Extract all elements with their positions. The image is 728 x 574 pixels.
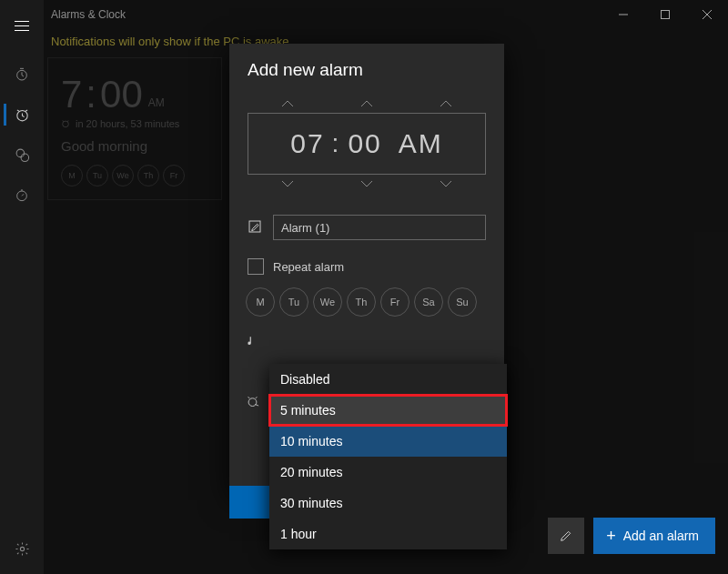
day-chip: Fr — [163, 165, 185, 186]
close-button[interactable] — [686, 0, 728, 29]
time-display-box[interactable]: 07 : 00 AM — [248, 113, 486, 175]
snooze-option[interactable]: 10 minutes — [269, 426, 507, 457]
alarm-days: MTuWeThFr — [61, 165, 208, 186]
bottom-action-bar: + Add an alarm — [548, 518, 715, 554]
minimize-button[interactable] — [602, 0, 644, 29]
hour-down-button[interactable] — [248, 175, 327, 193]
day-toggle[interactable]: Su — [448, 287, 477, 317]
svg-rect-7 — [662, 11, 670, 19]
repeat-row: Repeat alarm — [248, 258, 486, 275]
add-alarm-label: Add an alarm — [623, 529, 699, 543]
time-colon: : — [82, 73, 100, 116]
small-alarm-icon — [61, 119, 70, 128]
day-toggle[interactable]: M — [246, 287, 275, 317]
countdown-text: in 20 hours, 53 minutes — [76, 118, 179, 129]
edit-name-icon — [248, 219, 264, 236]
app-root: Alarms & Clock Notifications will only s… — [0, 0, 728, 574]
svg-point-12 — [248, 398, 257, 407]
timer-icon[interactable] — [4, 56, 40, 93]
stopwatch-icon[interactable] — [4, 176, 40, 213]
plus-icon: + — [606, 527, 616, 546]
edit-alarms-button[interactable] — [548, 518, 584, 554]
alarm-name-input[interactable] — [273, 215, 486, 240]
alarm-icon[interactable] — [4, 96, 40, 133]
ampm-up-button[interactable] — [407, 95, 486, 113]
day-toggle[interactable]: Tu — [279, 287, 308, 317]
alarm-minute: 00 — [100, 73, 143, 116]
ampm-down-button[interactable] — [407, 175, 486, 193]
repeat-checkbox[interactable] — [248, 258, 264, 275]
app-title: Alarms & Clock — [51, 8, 126, 21]
alarm-label: Good morning — [61, 138, 208, 154]
ampm-value: AM — [399, 128, 443, 159]
day-chip: Th — [137, 165, 159, 186]
maximize-button[interactable] — [644, 0, 686, 29]
window-controls — [602, 0, 728, 29]
add-alarm-button[interactable]: + Add an alarm — [593, 518, 715, 554]
countdown-row: in 20 hours, 53 minutes — [61, 118, 208, 129]
alarm-time-display: 7 : 00 AM — [61, 73, 208, 116]
svg-point-3 — [21, 154, 28, 162]
day-toggle[interactable]: Th — [347, 287, 376, 317]
time-selector: 07 : 00 AM — [248, 95, 486, 193]
snooze-option[interactable]: 20 minutes — [269, 457, 507, 488]
music-note-icon — [246, 335, 264, 347]
sound-row — [229, 335, 504, 353]
snooze-option[interactable]: 1 hour — [269, 519, 507, 549]
svg-point-2 — [16, 149, 25, 157]
alarm-name-row — [248, 215, 486, 240]
snooze-option[interactable]: 5 minutes — [269, 395, 507, 426]
day-toggle[interactable]: We — [313, 287, 342, 317]
day-toggle[interactable]: Fr — [380, 287, 410, 317]
snooze-icon — [246, 395, 264, 408]
settings-icon[interactable] — [4, 530, 40, 567]
modal-day-selector: MTuWeThFrSaSu — [246, 287, 488, 317]
svg-point-10 — [63, 121, 69, 127]
day-chip: Tu — [86, 165, 108, 186]
minute-value: 00 — [348, 128, 381, 159]
svg-point-4 — [17, 191, 27, 201]
world-clock-icon[interactable] — [4, 136, 40, 173]
alarm-ampm: AM — [148, 96, 165, 109]
snooze-option[interactable]: Disabled — [269, 364, 507, 395]
modal-title: Add new alarm — [229, 44, 504, 89]
repeat-label: Repeat alarm — [273, 260, 344, 274]
day-toggle[interactable]: Sa — [414, 287, 443, 317]
svg-point-5 — [20, 547, 24, 550]
hour-up-button[interactable] — [248, 95, 327, 113]
day-chip: We — [112, 165, 134, 186]
time-separator: : — [325, 129, 349, 158]
snooze-dropdown: Disabled5 minutes10 minutes20 minutes30 … — [269, 364, 507, 549]
left-sidebar — [0, 0, 44, 574]
minute-up-button[interactable] — [327, 95, 406, 113]
hamburger-menu[interactable] — [4, 7, 40, 44]
minute-down-button[interactable] — [327, 175, 406, 193]
save-button[interactable] — [229, 486, 271, 519]
hour-value: 07 — [290, 128, 324, 159]
existing-alarm-card[interactable]: 7 : 00 AM in 20 hours, 53 minutes Good m… — [47, 57, 222, 200]
alarm-hour: 7 — [61, 73, 82, 116]
day-chip: M — [61, 165, 83, 186]
snooze-option[interactable]: 30 minutes — [269, 488, 507, 519]
